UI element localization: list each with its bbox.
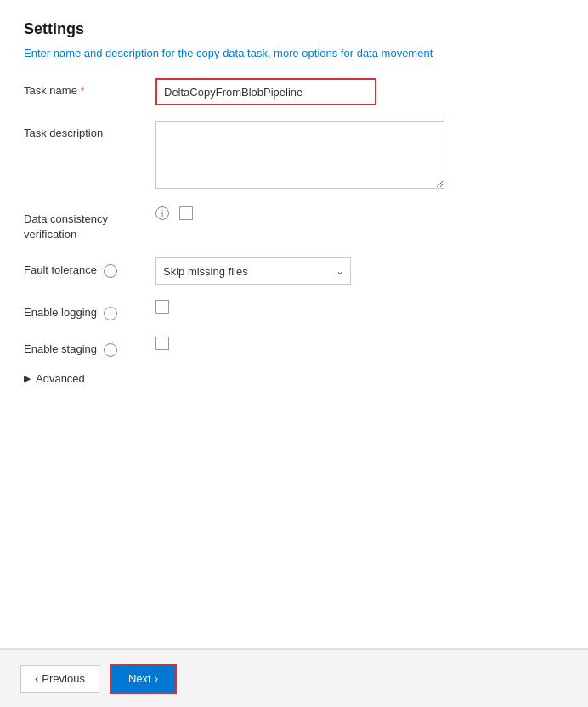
data-consistency-row: Data consistency verification i (24, 206, 564, 242)
enable-logging-row: Enable logging i (24, 300, 564, 320)
task-name-input[interactable] (155, 78, 376, 105)
task-name-row: Task name * (24, 78, 564, 105)
main-content: Settings Enter name and description for … (0, 0, 588, 649)
data-consistency-wrapper: i (155, 206, 564, 220)
task-name-label: Task name * (24, 78, 155, 99)
fault-tolerance-label: Fault tolerance i (24, 257, 155, 278)
footer: ‹ Previous Next › (0, 649, 588, 707)
task-description-row: Task description (24, 121, 564, 191)
advanced-chevron-icon: ▶ (24, 373, 31, 384)
fault-tolerance-wrapper: Skip missing files Fail the activity Ign… (155, 257, 564, 285)
required-indicator: * (81, 84, 85, 97)
fault-tolerance-row: Fault tolerance i Skip missing files Fai… (24, 257, 564, 285)
next-label: Next (128, 672, 151, 685)
enable-staging-row: Enable staging i (24, 337, 564, 357)
fault-tolerance-select-wrapper: Skip missing files Fail the activity Ign… (155, 257, 351, 285)
enable-staging-wrapper (155, 337, 564, 350)
fault-tolerance-select[interactable]: Skip missing files Fail the activity Ign… (155, 257, 351, 285)
data-consistency-label: Data consistency verification (24, 206, 155, 242)
enable-logging-label: Enable logging i (24, 300, 155, 320)
next-icon: › (155, 672, 158, 685)
task-name-wrapper (155, 78, 564, 105)
previous-label: Previous (42, 672, 85, 685)
task-description-textarea[interactable] (155, 121, 444, 189)
advanced-label: Advanced (36, 372, 85, 385)
data-consistency-info-icon[interactable]: i (155, 206, 169, 220)
page-title: Settings (24, 20, 564, 38)
next-button[interactable]: Next › (110, 664, 177, 694)
enable-logging-info-icon[interactable]: i (104, 307, 117, 320)
previous-button[interactable]: ‹ Previous (20, 665, 99, 693)
advanced-section[interactable]: ▶ Advanced (24, 372, 564, 385)
enable-logging-wrapper (155, 300, 564, 314)
data-consistency-checkbox[interactable] (179, 206, 193, 220)
task-description-wrapper (155, 121, 564, 191)
task-description-label: Task description (24, 121, 155, 141)
enable-staging-info-icon[interactable]: i (104, 343, 117, 357)
enable-logging-checkbox[interactable] (155, 300, 169, 314)
previous-icon: ‹ (35, 672, 38, 685)
enable-staging-checkbox[interactable] (155, 337, 169, 350)
page-description[interactable]: Enter name and description for the copy … (24, 47, 564, 59)
enable-staging-label: Enable staging i (24, 337, 155, 357)
fault-tolerance-info-icon[interactable]: i (104, 264, 117, 278)
